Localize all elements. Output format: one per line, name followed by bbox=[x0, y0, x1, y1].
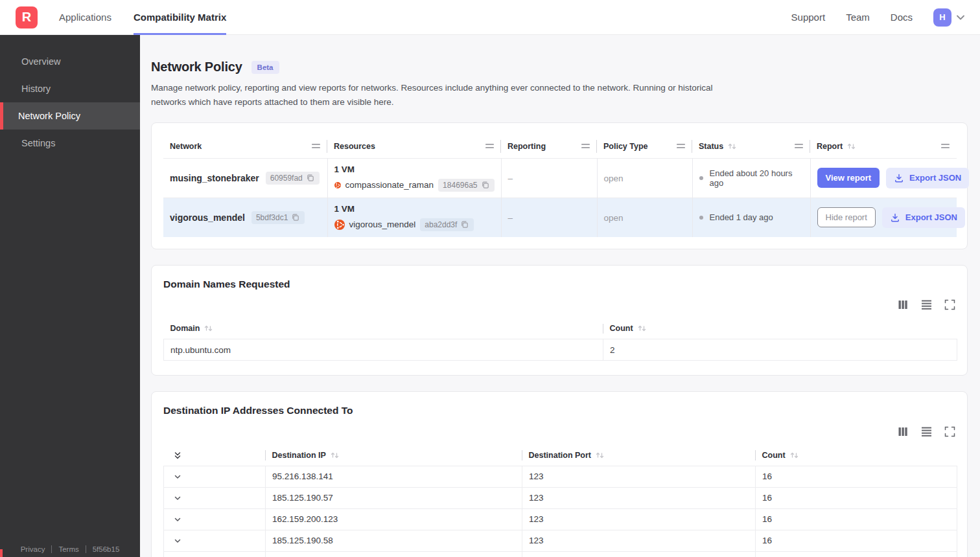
tab-compatibility-matrix[interactable]: Compatibility Matrix bbox=[134, 0, 226, 35]
column-menu-icon[interactable] bbox=[940, 141, 950, 151]
column-menu-icon[interactable] bbox=[676, 141, 686, 151]
col-header-reporting[interactable]: Reporting bbox=[501, 135, 597, 158]
destination-row: 95.216.100.21 123 16 bbox=[164, 551, 957, 557]
main-content: Network Policy Beta Manage network polic… bbox=[140, 35, 980, 557]
copy-icon[interactable] bbox=[481, 181, 490, 190]
sidebar-item-overview[interactable]: Overview bbox=[0, 48, 140, 75]
col-label: Status bbox=[699, 142, 723, 151]
reporting-value: – bbox=[508, 213, 513, 223]
networks-table: Network Resources Reporting Policy Type … bbox=[163, 135, 957, 237]
sort-icon[interactable] bbox=[595, 451, 604, 460]
export-json-label: Export JSON bbox=[905, 212, 957, 222]
columns-icon[interactable] bbox=[898, 299, 909, 310]
sort-icon[interactable] bbox=[789, 451, 799, 460]
destination-port: 123 bbox=[522, 530, 756, 551]
destination-row: 185.125.190.57 123 16 bbox=[164, 487, 957, 508]
sort-icon[interactable] bbox=[846, 142, 856, 151]
tab-applications[interactable]: Applications bbox=[59, 0, 111, 35]
col-header-count[interactable]: Count bbox=[756, 445, 957, 466]
count-value: 16 bbox=[756, 487, 957, 508]
expand-row-icon[interactable] bbox=[173, 515, 259, 524]
col-header-expand-all[interactable] bbox=[164, 445, 266, 466]
sidebar-bottom-accent bbox=[0, 549, 3, 557]
expand-row-icon[interactable] bbox=[173, 536, 259, 545]
col-header-policy-type[interactable]: Policy Type bbox=[597, 135, 692, 158]
column-menu-icon[interactable] bbox=[794, 141, 804, 151]
nav-link-docs[interactable]: Docs bbox=[891, 12, 913, 23]
vm-count: 1 VM bbox=[334, 165, 495, 174]
col-header-count[interactable]: Count bbox=[603, 319, 957, 339]
page-title: Network Policy bbox=[151, 60, 242, 74]
sort-icon[interactable] bbox=[204, 324, 213, 333]
col-header-status[interactable]: Status bbox=[692, 135, 810, 158]
status-dot bbox=[699, 216, 703, 220]
destination-row: 95.216.138.141 123 16 bbox=[164, 466, 957, 487]
sort-icon[interactable] bbox=[637, 324, 646, 333]
view-report-button[interactable]: View report bbox=[817, 168, 880, 188]
destination-port: 123 bbox=[522, 508, 756, 530]
col-header-resources[interactable]: Resources bbox=[327, 135, 501, 158]
vm-name: vigorous_mendel bbox=[349, 220, 416, 229]
status-dot bbox=[699, 176, 703, 180]
privacy-link[interactable]: Privacy bbox=[21, 545, 45, 553]
hide-report-button[interactable]: Hide report bbox=[817, 207, 876, 227]
sort-icon[interactable] bbox=[727, 142, 736, 151]
column-menu-icon[interactable] bbox=[311, 141, 321, 151]
col-label: Policy Type bbox=[603, 142, 648, 151]
page-description: Manage network policy, reporting and vie… bbox=[151, 81, 727, 109]
vm-count: 1 VM bbox=[334, 204, 495, 214]
col-header-report[interactable]: Report bbox=[810, 135, 957, 158]
expand-row-icon[interactable] bbox=[173, 494, 259, 503]
col-header-destination-ip[interactable]: Destination IP bbox=[266, 445, 522, 466]
fullscreen-icon[interactable] bbox=[944, 299, 955, 310]
download-icon bbox=[894, 173, 904, 183]
destination-ip-card: Destination IP Addresses Connected To De… bbox=[151, 391, 968, 557]
copy-icon[interactable] bbox=[306, 174, 315, 183]
destination-ip-table: Destination IP Destination Port Count 95… bbox=[163, 445, 957, 557]
destination-ip: 95.216.100.21 bbox=[266, 551, 522, 557]
app-logo[interactable]: R bbox=[16, 6, 38, 28]
destination-port: 123 bbox=[522, 487, 756, 508]
top-nav-right: Support Team Docs H bbox=[791, 8, 980, 27]
col-label: Report bbox=[817, 142, 843, 151]
network-id-badge: 5bdf3dc1 bbox=[251, 211, 305, 224]
destination-row: 162.159.200.123 123 16 bbox=[164, 508, 957, 530]
density-icon[interactable] bbox=[921, 299, 932, 310]
copy-icon[interactable] bbox=[291, 213, 300, 222]
column-menu-icon[interactable] bbox=[485, 141, 495, 151]
export-json-button[interactable]: Export JSON bbox=[882, 207, 965, 228]
columns-icon[interactable] bbox=[898, 426, 909, 437]
vm-id: 184696a5 bbox=[443, 181, 477, 190]
sidebar-item-settings[interactable]: Settings bbox=[0, 130, 140, 157]
count-value: 16 bbox=[756, 530, 957, 551]
col-label: Domain bbox=[170, 324, 200, 333]
double-chevron-down-icon[interactable] bbox=[173, 451, 259, 460]
fullscreen-icon[interactable] bbox=[944, 426, 955, 437]
sort-icon[interactable] bbox=[330, 451, 339, 460]
nav-link-team[interactable]: Team bbox=[846, 12, 870, 23]
user-avatar[interactable]: H bbox=[933, 8, 951, 27]
col-header-domain[interactable]: Domain bbox=[164, 319, 603, 339]
ubuntu-icon bbox=[334, 180, 341, 190]
policy-type-value: open bbox=[604, 213, 624, 223]
vm-id-badge: 184696a5 bbox=[438, 179, 494, 192]
export-json-button[interactable]: Export JSON bbox=[886, 168, 969, 188]
status-text: Ended about 20 hours ago bbox=[710, 168, 804, 188]
chevron-down-icon[interactable] bbox=[955, 12, 966, 23]
domain-row: ntp.ubuntu.com 2 bbox=[164, 339, 957, 361]
col-header-network[interactable]: Network bbox=[163, 135, 327, 158]
sidebar-item-history[interactable]: History bbox=[0, 75, 140, 102]
table-toolbar bbox=[163, 426, 955, 437]
column-menu-icon[interactable] bbox=[581, 141, 590, 151]
density-icon[interactable] bbox=[921, 426, 932, 437]
col-header-destination-port[interactable]: Destination Port bbox=[522, 445, 756, 466]
terms-link[interactable]: Terms bbox=[58, 545, 78, 553]
expand-row-icon[interactable] bbox=[173, 472, 259, 481]
network-id: 5bdf3dc1 bbox=[256, 213, 288, 222]
copy-icon[interactable] bbox=[460, 220, 469, 229]
reporting-value: – bbox=[508, 174, 513, 183]
table-toolbar bbox=[163, 299, 955, 311]
domain-names-card: Domain Names Requested Domain Count ntp.… bbox=[151, 265, 968, 376]
sidebar-item-network-policy[interactable]: Network Policy bbox=[0, 102, 140, 130]
nav-link-support[interactable]: Support bbox=[791, 12, 826, 23]
